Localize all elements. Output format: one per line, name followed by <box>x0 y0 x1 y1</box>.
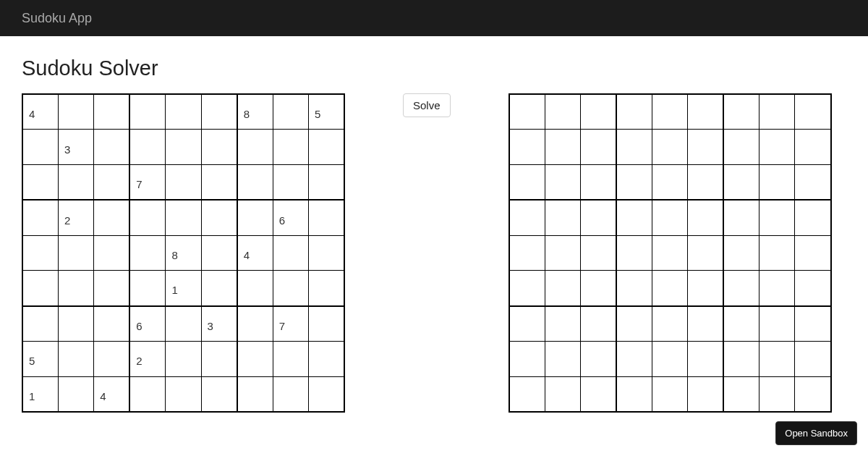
sudoku-cell-input[interactable] <box>166 377 200 411</box>
sudoku-cell[interactable] <box>273 200 309 235</box>
sudoku-cell[interactable] <box>94 236 130 270</box>
sudoku-cell-input[interactable] <box>94 271 129 305</box>
sudoku-cell-input[interactable] <box>309 307 344 341</box>
sudoku-cell-input[interactable] <box>23 377 58 411</box>
sudoku-cell-input[interactable] <box>130 307 165 341</box>
sudoku-cell[interactable] <box>273 271 309 305</box>
sudoku-cell[interactable] <box>238 377 273 411</box>
sudoku-cell[interactable] <box>23 95 59 129</box>
sudoku-cell-input[interactable] <box>238 307 273 341</box>
sudoku-cell[interactable] <box>59 377 94 411</box>
sudoku-cell-input[interactable] <box>273 95 308 129</box>
sudoku-cell-input[interactable] <box>59 165 93 199</box>
sudoku-cell-input[interactable] <box>238 130 273 164</box>
sudoku-cell-input[interactable] <box>273 271 308 305</box>
sudoku-cell[interactable] <box>202 377 238 411</box>
sudoku-cell-input[interactable] <box>309 95 344 129</box>
sudoku-cell-input[interactable] <box>273 377 308 411</box>
sudoku-cell[interactable] <box>273 377 309 411</box>
sudoku-cell[interactable] <box>59 307 94 341</box>
sudoku-cell[interactable] <box>238 307 273 341</box>
sudoku-cell[interactable] <box>202 200 238 235</box>
sudoku-cell-input[interactable] <box>59 342 93 376</box>
sudoku-cell[interactable] <box>23 377 59 411</box>
sudoku-cell[interactable] <box>273 342 309 376</box>
sudoku-cell-input[interactable] <box>202 377 237 411</box>
sudoku-cell-input[interactable] <box>166 271 200 305</box>
sudoku-cell[interactable] <box>94 200 130 235</box>
sudoku-cell[interactable] <box>309 236 344 270</box>
sudoku-cell-input[interactable] <box>94 200 129 235</box>
sudoku-cell[interactable] <box>202 165 238 199</box>
sudoku-cell-input[interactable] <box>202 236 237 270</box>
sudoku-cell-input[interactable] <box>94 377 129 411</box>
sudoku-cell[interactable] <box>130 271 166 305</box>
sudoku-cell-input[interactable] <box>273 342 308 376</box>
sudoku-cell[interactable] <box>202 95 238 129</box>
sudoku-cell[interactable] <box>166 377 201 411</box>
sudoku-cell-input[interactable] <box>94 95 129 129</box>
sudoku-cell-input[interactable] <box>130 236 165 270</box>
sudoku-cell-input[interactable] <box>202 95 237 129</box>
sudoku-cell[interactable] <box>59 271 94 305</box>
sudoku-cell-input[interactable] <box>273 200 308 235</box>
sudoku-cell-input[interactable] <box>309 377 344 411</box>
sudoku-cell[interactable] <box>59 236 94 270</box>
sudoku-cell[interactable] <box>59 165 94 199</box>
sudoku-cell[interactable] <box>309 130 344 164</box>
sudoku-cell-input[interactable] <box>309 130 344 164</box>
sudoku-cell[interactable] <box>130 307 166 341</box>
sudoku-cell-input[interactable] <box>130 130 165 164</box>
sudoku-cell-input[interactable] <box>23 130 58 164</box>
open-sandbox-button[interactable]: Open Sandbox <box>775 421 857 445</box>
solve-button[interactable]: Solve <box>403 93 451 117</box>
sudoku-cell-input[interactable] <box>130 165 165 199</box>
sudoku-cell[interactable] <box>130 200 166 235</box>
sudoku-cell[interactable] <box>23 271 59 305</box>
sudoku-cell[interactable] <box>130 236 166 270</box>
sudoku-cell[interactable] <box>23 130 59 164</box>
sudoku-cell-input[interactable] <box>202 165 237 199</box>
sudoku-cell[interactable] <box>238 130 273 164</box>
sudoku-cell-input[interactable] <box>59 271 93 305</box>
sudoku-cell-input[interactable] <box>166 342 200 376</box>
sudoku-cell[interactable] <box>166 130 201 164</box>
sudoku-cell-input[interactable] <box>238 342 273 376</box>
sudoku-cell-input[interactable] <box>202 130 237 164</box>
sudoku-cell-input[interactable] <box>130 377 165 411</box>
sudoku-cell-input[interactable] <box>59 377 93 411</box>
sudoku-cell-input[interactable] <box>59 95 93 129</box>
sudoku-cell[interactable] <box>59 95 94 129</box>
sudoku-cell-input[interactable] <box>166 236 200 270</box>
sudoku-cell-input[interactable] <box>166 165 200 199</box>
sudoku-cell-input[interactable] <box>309 342 344 376</box>
sudoku-cell[interactable] <box>23 307 59 341</box>
sudoku-cell[interactable] <box>166 271 201 305</box>
sudoku-cell[interactable] <box>273 130 309 164</box>
sudoku-cell-input[interactable] <box>202 200 237 235</box>
sudoku-cell-input[interactable] <box>238 200 273 235</box>
sudoku-cell[interactable] <box>238 342 273 376</box>
sudoku-cell-input[interactable] <box>309 165 344 199</box>
sudoku-cell[interactable] <box>23 236 59 270</box>
sudoku-cell-input[interactable] <box>309 200 344 235</box>
sudoku-cell[interactable] <box>94 307 130 341</box>
sudoku-cell[interactable] <box>202 271 238 305</box>
sudoku-cell-input[interactable] <box>166 95 200 129</box>
sudoku-cell[interactable] <box>273 307 309 341</box>
sudoku-cell[interactable] <box>166 342 201 376</box>
sudoku-cell-input[interactable] <box>94 165 129 199</box>
sudoku-cell-input[interactable] <box>202 271 237 305</box>
sudoku-cell[interactable] <box>166 236 201 270</box>
sudoku-cell-input[interactable] <box>23 236 58 270</box>
sudoku-cell[interactable] <box>166 95 201 129</box>
sudoku-cell-input[interactable] <box>23 271 58 305</box>
sudoku-cell-input[interactable] <box>94 307 129 341</box>
sudoku-cell[interactable] <box>59 130 94 164</box>
sudoku-cell-input[interactable] <box>238 95 273 129</box>
sudoku-cell-input[interactable] <box>238 377 273 411</box>
sudoku-cell-input[interactable] <box>94 236 129 270</box>
sudoku-cell-input[interactable] <box>23 342 58 376</box>
sudoku-cell-input[interactable] <box>166 200 200 235</box>
sudoku-cell[interactable] <box>94 271 130 305</box>
